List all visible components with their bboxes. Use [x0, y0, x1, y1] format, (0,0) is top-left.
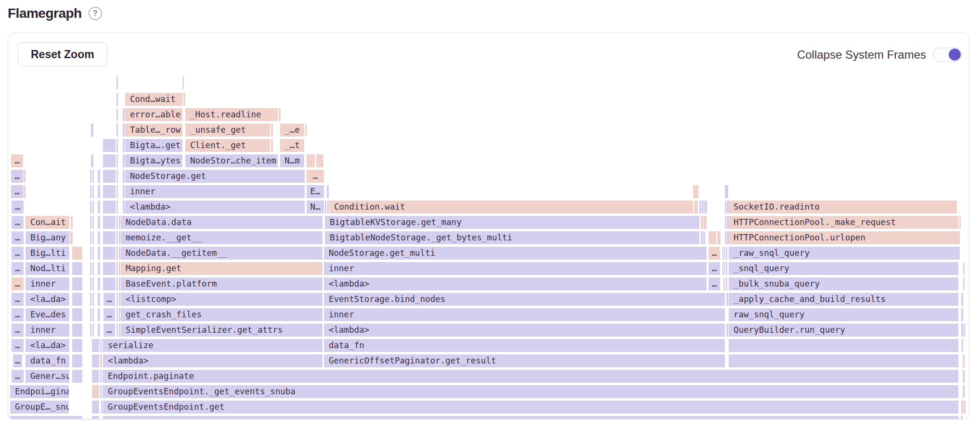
- flame-frame[interactable]: inner: [26, 324, 69, 337]
- flame-frame[interactable]: raw_snql_query: [729, 308, 958, 321]
- flame-frame[interactable]: [123, 139, 125, 152]
- flame-frame[interactable]: …: [12, 339, 24, 352]
- flame-frame[interactable]: …: [12, 247, 24, 260]
- flame-frame[interactable]: HTTPConnectionPool.urlopen: [729, 231, 960, 244]
- flame-frame[interactable]: [98, 247, 100, 260]
- flame-frame[interactable]: [100, 339, 101, 352]
- flame-frame[interactable]: [961, 401, 964, 414]
- flame-frame[interactable]: _apply_cache_and_build_results: [729, 293, 958, 306]
- flame-frame[interactable]: …: [709, 247, 720, 260]
- flame-frame[interactable]: [98, 185, 100, 198]
- flame-frame[interactable]: E…: [307, 185, 324, 198]
- flame-frame[interactable]: inner: [125, 185, 305, 198]
- flame-frame[interactable]: SocketIO.readinto: [729, 201, 957, 214]
- flame-frame[interactable]: [724, 262, 725, 275]
- flame-frame[interactable]: [92, 370, 99, 383]
- flame-frame[interactable]: [100, 370, 101, 383]
- flame-frame[interactable]: [119, 277, 120, 290]
- flame-frame[interactable]: [98, 277, 100, 290]
- flame-frame[interactable]: [723, 277, 725, 290]
- flame-frame[interactable]: …: [12, 308, 24, 321]
- flame-frame[interactable]: [116, 247, 118, 260]
- flame-frame[interactable]: [119, 324, 120, 337]
- flame-frame[interactable]: [92, 201, 94, 214]
- flame-frame[interactable]: [116, 324, 118, 337]
- flame-frame[interactable]: [102, 370, 103, 383]
- flame-frame[interactable]: [722, 262, 723, 275]
- flame-frame[interactable]: [71, 216, 73, 229]
- flame-frame[interactable]: …: [103, 308, 115, 321]
- flame-frame[interactable]: [103, 231, 116, 244]
- flame-frame[interactable]: [327, 185, 329, 198]
- flame-frame[interactable]: [726, 293, 728, 306]
- flame-frame[interactable]: [725, 185, 728, 198]
- flame-frame[interactable]: Client._get: [185, 139, 270, 152]
- flame-frame[interactable]: GroupE…_snuba: [10, 401, 69, 414]
- flame-frame[interactable]: [90, 185, 91, 198]
- flame-frame[interactable]: _raw_snql_query: [729, 247, 960, 260]
- flame-frame[interactable]: <lambda>: [103, 354, 322, 367]
- flame-frame[interactable]: GroupEventsEndpoint._get_events_snuba: [103, 385, 958, 398]
- flame-frame[interactable]: Con…ait: [26, 216, 69, 229]
- flame-frame[interactable]: [90, 293, 91, 306]
- flame-frame[interactable]: [92, 231, 94, 244]
- flame-frame[interactable]: BaseEvent.platform: [121, 277, 322, 290]
- flame-frame[interactable]: NodeStor…che_item: [185, 154, 278, 167]
- flame-frame[interactable]: [116, 139, 118, 152]
- flame-frame[interactable]: [701, 216, 703, 229]
- flame-frame[interactable]: [24, 170, 26, 183]
- flame-frame[interactable]: inner: [26, 277, 69, 290]
- flame-frame[interactable]: N…m: [280, 154, 304, 167]
- flame-frame[interactable]: HTTPConnectionPool._make_request: [729, 216, 958, 229]
- flame-frame[interactable]: Bigta….get: [125, 139, 182, 152]
- flame-frame[interactable]: [729, 354, 958, 367]
- flame-frame[interactable]: [103, 201, 116, 214]
- flame-frame[interactable]: [717, 231, 721, 244]
- flame-frame[interactable]: _unsafe_get: [185, 124, 270, 137]
- flame-frame[interactable]: [119, 231, 120, 244]
- flame-frame[interactable]: [702, 201, 704, 214]
- flame-frame[interactable]: [123, 154, 125, 167]
- flame-frame[interactable]: [103, 277, 116, 290]
- flame-frame[interactable]: [98, 308, 100, 321]
- flame-frame[interactable]: [72, 247, 82, 260]
- flame-frame[interactable]: [100, 385, 101, 398]
- flame-frame[interactable]: [98, 231, 100, 244]
- flame-frame[interactable]: [305, 124, 307, 137]
- flame-frame[interactable]: [725, 231, 726, 244]
- flame-frame[interactable]: GenericOffsetPaginator.get_result: [324, 354, 725, 367]
- flame-frame[interactable]: [90, 216, 91, 229]
- flame-frame[interactable]: Table…_row: [125, 124, 182, 137]
- help-icon[interactable]: ?: [89, 7, 102, 20]
- flame-frame[interactable]: [90, 324, 91, 337]
- flame-frame[interactable]: [119, 293, 120, 306]
- flame-frame[interactable]: [116, 76, 118, 89]
- flame-frame[interactable]: [963, 262, 965, 275]
- flame-frame[interactable]: [726, 324, 728, 337]
- flame-frame[interactable]: [116, 124, 118, 137]
- flame-frame[interactable]: error…able: [125, 108, 182, 121]
- flame-frame[interactable]: GroupEventsEndpoint.get: [103, 401, 958, 414]
- flame-frame[interactable]: Endpoi…ginate: [10, 385, 69, 398]
- flame-frame[interactable]: _bulk_snuba_query: [729, 277, 958, 290]
- flame-frame[interactable]: [964, 324, 965, 337]
- flame-frame[interactable]: _snql_query: [729, 262, 958, 275]
- flame-frame[interactable]: [963, 370, 965, 383]
- flame-frame[interactable]: [307, 154, 315, 167]
- flame-frame[interactable]: NodeStorage.get_multi: [324, 247, 707, 260]
- flame-frame[interactable]: [92, 308, 94, 321]
- flame-frame[interactable]: [90, 201, 91, 214]
- flame-frame[interactable]: [123, 201, 125, 214]
- flame-frame[interactable]: [701, 231, 703, 244]
- flame-frame[interactable]: [704, 216, 707, 229]
- flame-frame[interactable]: [92, 277, 94, 290]
- flame-frame[interactable]: Bigta…ytes: [125, 154, 182, 167]
- flame-frame[interactable]: [327, 201, 329, 214]
- flame-frame[interactable]: [92, 293, 94, 306]
- flame-frame[interactable]: memoize.__get__: [121, 231, 322, 244]
- flame-frame[interactable]: [703, 231, 705, 244]
- flame-frame[interactable]: …: [103, 324, 115, 337]
- flame-frame[interactable]: [704, 201, 707, 214]
- flame-frame[interactable]: [116, 277, 118, 290]
- flamegraph-canvas[interactable]: Cond…waiterror…able_Host.readlineTable…_…: [8, 33, 969, 419]
